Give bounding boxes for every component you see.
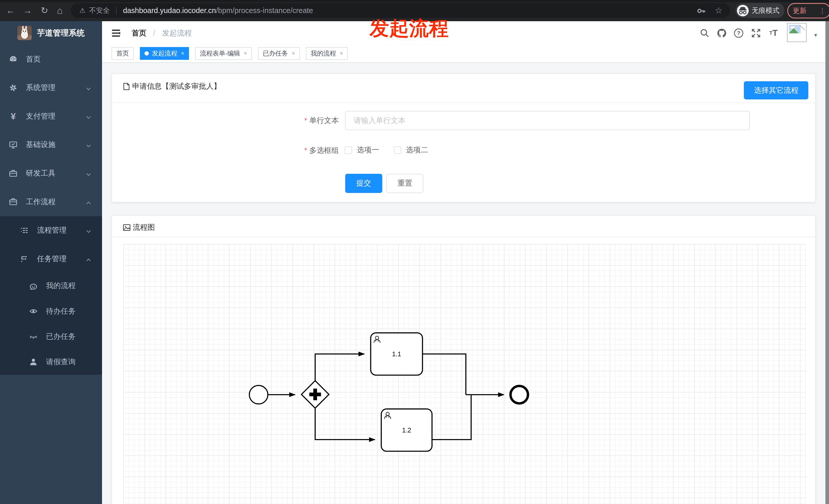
sidebar-item-label: 工作流程 xyxy=(26,197,56,207)
tab-label: 我的流程 xyxy=(311,49,336,57)
tab-close-icon[interactable]: × xyxy=(181,50,184,57)
monitor-icon xyxy=(9,141,17,149)
option-two-checkbox[interactable] xyxy=(394,147,401,154)
browser-forward-button[interactable]: → xyxy=(21,0,34,21)
font-size-small-glyph: T xyxy=(769,30,772,36)
main-content: 申请信息【测试多审批人】 选择其它流程 *单行文本 *多选框组 选项一 选项二 … xyxy=(102,64,829,504)
option-one-checkbox[interactable] xyxy=(345,147,352,154)
font-size-icon[interactable]: TT xyxy=(766,21,781,45)
browser-update-button[interactable]: 更新 ⋮ xyxy=(787,3,829,18)
single-line-text-label: *单行文本 xyxy=(233,111,339,130)
eye-icon xyxy=(29,307,38,315)
card-title-text: 流程图 xyxy=(133,222,155,233)
user-avatar[interactable] xyxy=(787,23,807,42)
app-logo-row[interactable]: 芋道管理系统 xyxy=(0,21,102,45)
tag-tab-form-edit[interactable]: 流程表单-编辑× xyxy=(195,47,252,60)
task-label: 1.2 xyxy=(402,427,411,434)
password-key-icon[interactable] xyxy=(697,6,706,17)
flow-task1-join xyxy=(423,354,466,395)
chevron-down-icon xyxy=(86,85,92,93)
card-title-text: 申请信息【测试多审批人】 xyxy=(132,81,221,91)
tab-label: 首页 xyxy=(116,49,129,57)
bpmn-start-event[interactable] xyxy=(249,385,268,404)
bookmark-star-icon[interactable]: ☆ xyxy=(715,0,722,21)
tab-label: 流程表单-编辑 xyxy=(200,49,240,57)
flow-gateway-to-task2 xyxy=(315,408,375,439)
bpmn-end-event[interactable] xyxy=(510,386,528,403)
tag-tab-create-process[interactable]: 发起流程× xyxy=(140,47,189,60)
option-two-label[interactable]: 选项二 xyxy=(406,143,428,157)
browser-back-button[interactable]: ← xyxy=(4,0,17,21)
sidebar-item-leave-query[interactable]: 请假查询 xyxy=(0,349,102,375)
sidebar-collapse-icon[interactable] xyxy=(111,28,121,40)
tag-tab-home[interactable]: 首页 xyxy=(111,47,134,60)
sidebar-item-payment-management[interactable]: ¥ 支付管理 xyxy=(0,102,102,130)
single-line-text-input[interactable] xyxy=(345,111,750,130)
apply-info-card-title: 申请信息【测试多审批人】 xyxy=(123,81,221,91)
workflow-submenu: 流程管理 任务管理 我的流程 待办任务 xyxy=(0,216,102,375)
bpmn-user-task-1-2[interactable]: 1.2 xyxy=(381,409,432,451)
browser-reload-button[interactable]: ↻ xyxy=(38,0,51,21)
top-navbar: 首页 / 发起流程 ? TT ▾ xyxy=(102,21,829,45)
sidebar-item-label: 支付管理 xyxy=(26,111,56,121)
sidebar-item-label: 我的流程 xyxy=(46,281,76,291)
tab-close-icon[interactable]: × xyxy=(340,50,343,57)
fullscreen-icon[interactable] xyxy=(749,21,763,45)
sidebar-item-todo-tasks[interactable]: 待办任务 xyxy=(0,299,102,324)
sidebar: 芋道管理系统 首页 系统管理 ¥ 支付管理 基础设施 xyxy=(0,21,102,504)
chevron-down-icon xyxy=(86,228,92,236)
yen-icon: ¥ xyxy=(9,112,17,120)
reset-button[interactable]: 重置 xyxy=(386,174,424,193)
sidebar-item-dev-tools[interactable]: 研发工具 xyxy=(0,159,102,188)
incognito-badge[interactable]: 无痕模式 xyxy=(735,3,785,18)
list-icon xyxy=(20,226,29,235)
gear-icon xyxy=(9,84,17,92)
card-header-divider xyxy=(112,103,815,103)
option-one-label[interactable]: 选项一 xyxy=(357,143,379,157)
chevron-up-icon xyxy=(86,199,92,207)
browser-home-button[interactable]: ⌂ xyxy=(53,0,66,21)
face-icon xyxy=(29,282,38,290)
sidebar-item-task-management[interactable]: 任务管理 xyxy=(0,244,102,273)
submit-button[interactable]: 提交 xyxy=(345,174,382,193)
sidebar-item-system-management[interactable]: 系统管理 xyxy=(0,73,102,102)
avatar-caret-down-icon[interactable]: ▾ xyxy=(814,32,817,39)
svg-text:?: ? xyxy=(737,30,740,36)
sidebar-item-label: 待办任务 xyxy=(46,306,76,316)
sidebar-item-label: 首页 xyxy=(26,54,41,65)
page-scrollbar[interactable] xyxy=(825,21,829,504)
checkbox-group-label: *多选框组 xyxy=(233,147,339,154)
chevron-up-icon xyxy=(86,256,92,265)
github-icon[interactable] xyxy=(714,21,729,45)
image-icon xyxy=(123,224,131,231)
annotation-overlay-title: 发起流程 xyxy=(369,15,449,42)
required-asterisk: * xyxy=(304,116,307,124)
breadcrumb-home-link[interactable]: 首页 xyxy=(132,29,146,37)
sidebar-item-done-tasks[interactable]: 已办任务 xyxy=(0,324,102,349)
chevron-down-icon xyxy=(86,142,92,151)
apply-info-card: 申请信息【测试多审批人】 选择其它流程 *单行文本 *多选框组 选项一 选项二 … xyxy=(111,73,816,202)
not-secure-label[interactable]: 不安全 xyxy=(89,6,110,15)
update-label: 更新 xyxy=(793,6,806,15)
sidebar-item-workflow[interactable]: 工作流程 xyxy=(0,188,102,216)
tag-tab-done-tasks[interactable]: 已办任务× xyxy=(258,47,300,60)
tab-close-icon[interactable]: × xyxy=(292,50,295,57)
tag-tab-my-processes[interactable]: 我的流程× xyxy=(306,47,348,60)
bpmn-user-task-1-1[interactable]: 1.1 xyxy=(370,333,423,375)
bpmn-parallel-gateway[interactable] xyxy=(301,381,329,409)
sidebar-item-home[interactable]: 首页 xyxy=(0,45,102,74)
sidebar-item-label: 已办任务 xyxy=(46,332,76,342)
tab-close-icon[interactable]: × xyxy=(244,50,247,57)
sidebar-item-my-processes[interactable]: 我的流程 xyxy=(0,273,102,299)
document-icon xyxy=(123,83,130,90)
search-icon[interactable] xyxy=(697,21,712,45)
help-icon[interactable]: ? xyxy=(731,21,746,45)
browser-menu-icon[interactable]: ⋮ xyxy=(819,7,826,14)
tab-label: 发起流程 xyxy=(152,49,177,57)
sidebar-item-process-management[interactable]: 流程管理 xyxy=(0,216,102,245)
tab-label: 已办任务 xyxy=(263,49,288,57)
choose-other-process-button[interactable]: 选择其它流程 xyxy=(744,81,808,99)
bpmn-canvas[interactable]: 1.1 1.2 xyxy=(123,244,806,504)
breadcrumb: 首页 / 发起流程 xyxy=(132,21,192,45)
sidebar-item-infrastructure[interactable]: 基础设施 xyxy=(0,130,102,159)
